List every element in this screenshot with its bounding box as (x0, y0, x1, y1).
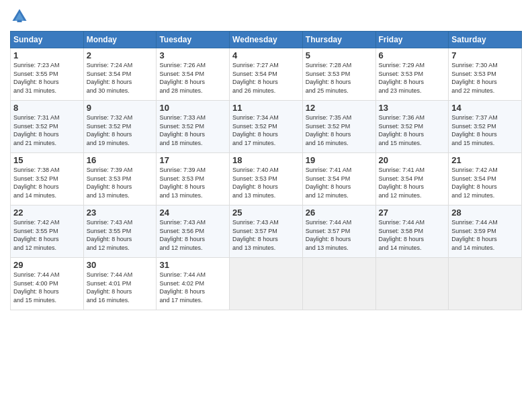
calendar-day-16: 16Sunrise: 7:39 AMSunset: 3:53 PMDayligh… (83, 153, 157, 205)
day-info: Sunrise: 7:42 AMSunset: 3:54 PMDaylight:… (451, 166, 519, 199)
day-info: Sunrise: 7:24 AMSunset: 3:54 PMDaylight:… (87, 61, 154, 95)
day-number: 1 (13, 50, 81, 60)
empty-cell (230, 258, 303, 310)
day-info: Sunrise: 7:27 AMSunset: 3:54 PMDaylight:… (232, 61, 300, 95)
calendar-day-1: 1Sunrise: 7:23 AMSunset: 3:55 PMDaylight… (11, 48, 84, 101)
day-number: 10 (159, 103, 226, 113)
page-container: Sunday Monday Tuesday Wednesday Thursday… (0, 0, 532, 317)
day-info: Sunrise: 7:41 AMSunset: 3:54 PMDaylight:… (379, 166, 446, 199)
calendar-day-13: 13Sunrise: 7:36 AMSunset: 3:52 PMDayligh… (375, 101, 449, 153)
day-number: 13 (379, 103, 446, 113)
calendar-day-18: 18Sunrise: 7:40 AMSunset: 3:53 PMDayligh… (230, 153, 303, 205)
calendar-day-26: 26Sunrise: 7:44 AMSunset: 3:57 PMDayligh… (302, 205, 375, 258)
day-number: 23 (87, 208, 154, 218)
calendar-day-21: 21Sunrise: 7:42 AMSunset: 3:54 PMDayligh… (449, 153, 522, 205)
col-wednesday: Wednesday (230, 32, 303, 48)
day-number: 17 (159, 155, 226, 165)
calendar-week-2: 8Sunrise: 7:31 AMSunset: 3:52 PMDaylight… (11, 101, 522, 153)
day-number: 26 (306, 208, 373, 218)
day-number: 20 (379, 155, 446, 165)
svg-rect-2 (17, 20, 22, 22)
calendar-body: 1Sunrise: 7:23 AMSunset: 3:55 PMDaylight… (11, 48, 522, 310)
calendar-day-6: 6Sunrise: 7:29 AMSunset: 3:53 PMDaylight… (375, 48, 449, 101)
calendar-day-3: 3Sunrise: 7:26 AMSunset: 3:54 PMDaylight… (157, 48, 230, 101)
calendar-day-23: 23Sunrise: 7:43 AMSunset: 3:55 PMDayligh… (83, 205, 157, 258)
day-info: Sunrise: 7:35 AMSunset: 3:52 PMDaylight:… (306, 113, 373, 147)
col-friday: Friday (375, 32, 449, 48)
calendar-day-5: 5Sunrise: 7:28 AMSunset: 3:53 PMDaylight… (302, 48, 375, 101)
empty-cell (449, 258, 522, 310)
day-info: Sunrise: 7:44 AMSunset: 3:58 PMDaylight:… (379, 218, 446, 252)
calendar-day-15: 15Sunrise: 7:38 AMSunset: 3:52 PMDayligh… (11, 153, 84, 205)
day-number: 4 (232, 50, 300, 60)
calendar-day-27: 27Sunrise: 7:44 AMSunset: 3:58 PMDayligh… (375, 205, 449, 258)
col-saturday: Saturday (449, 32, 522, 48)
day-number: 25 (232, 208, 300, 218)
calendar-table: Sunday Monday Tuesday Wednesday Thursday… (10, 31, 522, 310)
calendar-day-10: 10Sunrise: 7:33 AMSunset: 3:52 PMDayligh… (157, 101, 230, 153)
day-info: Sunrise: 7:33 AMSunset: 3:52 PMDaylight:… (159, 113, 226, 147)
day-info: Sunrise: 7:23 AMSunset: 3:55 PMDaylight:… (13, 61, 81, 95)
calendar-day-20: 20Sunrise: 7:41 AMSunset: 3:54 PMDayligh… (375, 153, 449, 205)
calendar-day-19: 19Sunrise: 7:41 AMSunset: 3:54 PMDayligh… (302, 153, 375, 205)
day-number: 6 (379, 50, 446, 60)
day-info: Sunrise: 7:38 AMSunset: 3:52 PMDaylight:… (13, 166, 81, 199)
day-number: 28 (451, 208, 519, 218)
calendar-day-25: 25Sunrise: 7:43 AMSunset: 3:57 PMDayligh… (230, 205, 303, 258)
empty-cell (375, 258, 449, 310)
day-number: 27 (379, 208, 446, 218)
day-number: 30 (87, 260, 154, 270)
day-number: 5 (306, 50, 373, 60)
day-info: Sunrise: 7:44 AMSunset: 3:57 PMDaylight:… (306, 218, 373, 252)
day-number: 9 (87, 103, 154, 113)
calendar-day-24: 24Sunrise: 7:43 AMSunset: 3:56 PMDayligh… (157, 205, 230, 258)
col-sunday: Sunday (11, 32, 84, 48)
day-number: 22 (13, 208, 81, 218)
day-info: Sunrise: 7:40 AMSunset: 3:53 PMDaylight:… (232, 166, 300, 199)
day-number: 31 (159, 260, 226, 270)
day-number: 24 (159, 208, 226, 218)
day-info: Sunrise: 7:43 AMSunset: 3:56 PMDaylight:… (159, 218, 226, 252)
day-number: 12 (306, 103, 373, 113)
calendar-day-12: 12Sunrise: 7:35 AMSunset: 3:52 PMDayligh… (302, 101, 375, 153)
calendar-day-2: 2Sunrise: 7:24 AMSunset: 3:54 PMDaylight… (83, 48, 157, 101)
day-info: Sunrise: 7:31 AMSunset: 3:52 PMDaylight:… (13, 113, 81, 147)
calendar-day-7: 7Sunrise: 7:30 AMSunset: 3:53 PMDaylight… (449, 48, 522, 101)
calendar-day-14: 14Sunrise: 7:37 AMSunset: 3:52 PMDayligh… (449, 101, 522, 153)
day-number: 11 (232, 103, 300, 113)
day-info: Sunrise: 7:30 AMSunset: 3:53 PMDaylight:… (451, 61, 519, 95)
day-number: 21 (451, 155, 519, 165)
logo (10, 7, 32, 26)
day-info: Sunrise: 7:42 AMSunset: 3:55 PMDaylight:… (13, 218, 81, 252)
day-info: Sunrise: 7:37 AMSunset: 3:52 PMDaylight:… (451, 113, 519, 147)
day-number: 15 (13, 155, 81, 165)
calendar-week-4: 22Sunrise: 7:42 AMSunset: 3:55 PMDayligh… (11, 205, 522, 258)
day-info: Sunrise: 7:28 AMSunset: 3:53 PMDaylight:… (306, 61, 373, 95)
col-monday: Monday (83, 32, 157, 48)
day-info: Sunrise: 7:32 AMSunset: 3:52 PMDaylight:… (87, 113, 154, 147)
day-info: Sunrise: 7:43 AMSunset: 3:55 PMDaylight:… (87, 218, 154, 252)
header-row: Sunday Monday Tuesday Wednesday Thursday… (11, 32, 522, 48)
day-info: Sunrise: 7:44 AMSunset: 4:00 PMDaylight:… (13, 271, 81, 304)
calendar-day-22: 22Sunrise: 7:42 AMSunset: 3:55 PMDayligh… (11, 205, 84, 258)
day-info: Sunrise: 7:41 AMSunset: 3:54 PMDaylight:… (306, 166, 373, 199)
day-info: Sunrise: 7:26 AMSunset: 3:54 PMDaylight:… (159, 61, 226, 95)
day-number: 8 (13, 103, 81, 113)
header (10, 7, 522, 26)
day-number: 16 (87, 155, 154, 165)
calendar-week-3: 15Sunrise: 7:38 AMSunset: 3:52 PMDayligh… (11, 153, 522, 205)
calendar-day-29: 29Sunrise: 7:44 AMSunset: 4:00 PMDayligh… (11, 258, 84, 310)
day-info: Sunrise: 7:34 AMSunset: 3:52 PMDaylight:… (232, 113, 300, 147)
day-info: Sunrise: 7:29 AMSunset: 3:53 PMDaylight:… (379, 61, 446, 95)
calendar-day-9: 9Sunrise: 7:32 AMSunset: 3:52 PMDaylight… (83, 101, 157, 153)
calendar-day-31: 31Sunrise: 7:44 AMSunset: 4:02 PMDayligh… (157, 258, 230, 310)
day-info: Sunrise: 7:43 AMSunset: 3:57 PMDaylight:… (232, 218, 300, 252)
day-info: Sunrise: 7:44 AMSunset: 4:02 PMDaylight:… (159, 271, 226, 304)
day-number: 7 (451, 50, 519, 60)
calendar-day-30: 30Sunrise: 7:44 AMSunset: 4:01 PMDayligh… (83, 258, 157, 310)
col-thursday: Thursday (302, 32, 375, 48)
day-info: Sunrise: 7:39 AMSunset: 3:53 PMDaylight:… (159, 166, 226, 199)
empty-cell (302, 258, 375, 310)
calendar-week-5: 29Sunrise: 7:44 AMSunset: 4:00 PMDayligh… (11, 258, 522, 310)
day-info: Sunrise: 7:44 AMSunset: 4:01 PMDaylight:… (87, 271, 154, 304)
